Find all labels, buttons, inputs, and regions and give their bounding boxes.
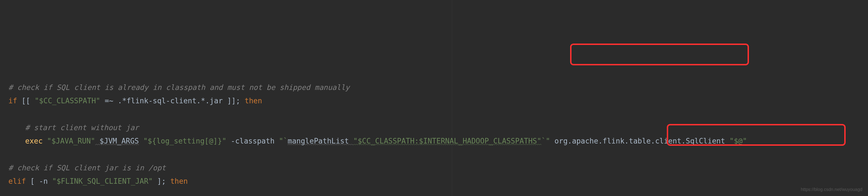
code-line-blank-2 (8, 148, 860, 161)
code-line-1: # check if SQL client is already in clas… (8, 81, 860, 94)
string-flink-jar: "$FLINK_SQL_CLIENT_JAR" (52, 177, 153, 185)
string-backtick-close: `" (541, 137, 550, 145)
bracket-close: ]; (153, 177, 170, 185)
code-line-2: if [[ "$CC_CLASSPATH" =~ .*flink-sql-cli… (8, 94, 860, 107)
code-line-3: # start client without jar (8, 121, 860, 134)
code-line-4: exec "$JAVA_RUN" $JVM_ARGS "${log_settin… (8, 134, 860, 148)
string-log-setting: "${log_setting[@]}" (139, 137, 226, 145)
code-line-blank-3 (8, 188, 860, 196)
keyword-then: then (245, 97, 262, 105)
comment-text: # check if SQL client jar is in /opt (8, 164, 166, 172)
comment-text: # check if SQL client is already in clas… (8, 83, 350, 92)
keyword-elif: elif (8, 177, 26, 185)
class-name: org.apache.flink.table.client.SqlClient (550, 137, 730, 145)
string-classpath: "$CC_CLASSPATH" (35, 97, 100, 105)
builtin-exec: exec (25, 137, 43, 145)
keyword-if: if (8, 97, 17, 105)
flag-classpath: -classpath (226, 137, 279, 145)
comment-text: # start client without jar (25, 123, 139, 132)
code-line-6: elif [ -n "$FLINK_SQL_CLIENT_JAR" ]; the… (8, 174, 860, 188)
code-editor: # check if SQL client is already in clas… (8, 81, 860, 196)
func-mangle: manglePathList (287, 137, 353, 145)
code-line-5: # check if SQL client jar is in /opt (8, 161, 860, 174)
string-backtick-open: "` (279, 137, 287, 145)
string-classpath-vars: "$CC_CLASSPATH:$INTERNAL_HADOOP_CLASSPAT… (353, 137, 541, 145)
keyword-then: then (170, 177, 188, 185)
bracket-test: [ -n (26, 177, 52, 185)
highlight-box-1 (570, 43, 749, 65)
watermark-text: https://blog.csdn.net/wuyouagd (801, 185, 862, 194)
var-jvm-args: $JVM_ARGS (95, 137, 139, 145)
regex-match: =~ .*flink-sql-client.*.jar ]]; (100, 97, 245, 105)
string-java-run: "$JAVA_RUN" (43, 137, 95, 145)
code-line-blank-1 (8, 107, 860, 121)
bracket-open: [[ (17, 97, 35, 105)
string-args: "$@" (730, 137, 747, 145)
